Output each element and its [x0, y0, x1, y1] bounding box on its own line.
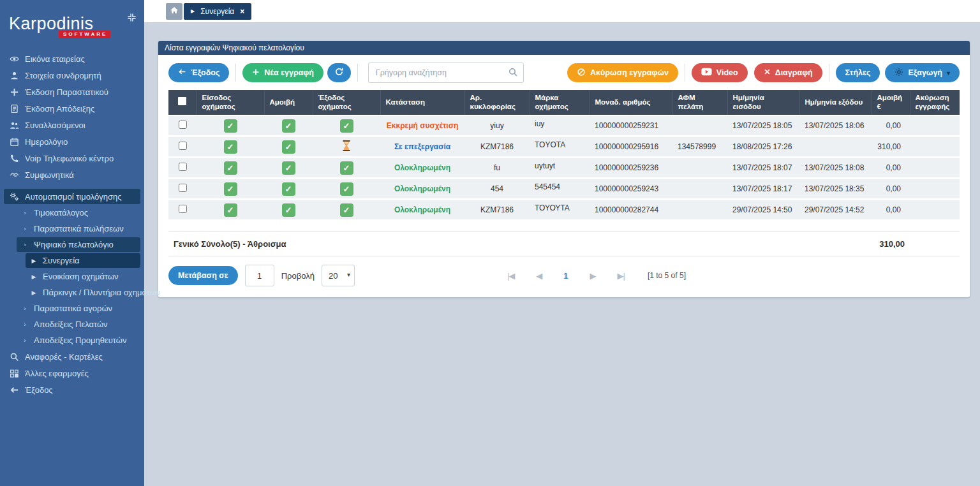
- video-button[interactable]: Video: [692, 63, 748, 82]
- exit-check-icon: ✓: [340, 119, 353, 133]
- unique-number-cell: 100000000259236: [590, 158, 672, 179]
- exit-button[interactable]: Έξοδος: [168, 63, 229, 82]
- sidebar: Karpodinis SOFTWARE › ▶ Εικόνα εταιρείας…: [0, 0, 144, 486]
- sidebar-item[interactable]: › ▶ Παραστατικά πωλήσεων: [17, 221, 140, 236]
- sidebar-item[interactable]: › ▶ Voip Τηλεφωνικό κέντρο: [4, 151, 140, 166]
- row-checkbox[interactable]: [179, 142, 187, 150]
- page-range-text: [1 to 5 of 5]: [648, 271, 686, 280]
- sidebar-item[interactable]: › ▶ Στοιχεία συνδρομητή: [4, 68, 140, 83]
- sidebar-item[interactable]: › ▶ Εικόνα εταιρείας: [4, 51, 140, 66]
- sidebar-item[interactable]: › ▶ Άλλες εφαρμογές: [4, 365, 140, 381]
- row-checkbox[interactable]: [179, 121, 187, 129]
- col-header[interactable]: Είσοδος οχήματος: [197, 90, 264, 115]
- date-out-cell: 13/07/2025 18:06: [799, 115, 872, 136]
- page-size-select[interactable]: 20: [322, 265, 355, 286]
- cancel-cell: [910, 158, 960, 179]
- sidebar-item[interactable]: › ▶ Συναλλασόμενοι: [4, 117, 140, 133]
- sidebar-item[interactable]: › ▶ Πάρκινγκ / Πλυντήρια οχημάτων: [26, 285, 140, 300]
- sidebar-item-label: Πάρκινγκ / Πλυντήρια οχημάτων: [43, 288, 161, 297]
- sidebar-item[interactable]: › ▶ Έκδοση Παραστατικού: [4, 84, 140, 99]
- sidebar-item-label: Συναλλασόμενοι: [25, 121, 85, 130]
- sidebar-item[interactable]: › ▶ Αναφορές - Καρτέλες: [4, 349, 140, 364]
- content-area: Λίστα εγγραφών Ψηφιακού πελατολογίου Έξο…: [144, 23, 980, 486]
- sidebar-item[interactable]: › ▶ Αυτοματισμοί τιμολόγησης: [4, 189, 140, 204]
- toolbar: Έξοδος Νέα εγγραφή: [158, 55, 970, 90]
- exit-check-icon: ✓: [340, 161, 353, 175]
- sidebar-item[interactable]: › ▶ Έξοδος: [4, 382, 140, 397]
- sidebar-item-label: Ενοικίαση οχημάτων: [43, 272, 119, 281]
- sidebar-item-label: Αναφορές - Καρτέλες: [25, 352, 103, 362]
- export-button[interactable]: Εξαγωγή ▾: [885, 63, 960, 82]
- plate-cell: 454: [464, 179, 530, 200]
- collapse-sidebar-icon[interactable]: [127, 13, 137, 25]
- col-header[interactable]: Αμοιβή: [264, 90, 313, 115]
- new-record-button[interactable]: Νέα εγγραφή: [242, 63, 323, 82]
- sidebar-item[interactable]: › ▶ Ημερολόγιο: [4, 134, 140, 149]
- first-page-icon[interactable]: |◀: [507, 271, 514, 281]
- home-tab-button[interactable]: [166, 3, 182, 20]
- table-spacer: [168, 221, 960, 232]
- tab-synergeia[interactable]: ▶ Συνεργεία ×: [184, 3, 251, 20]
- col-header[interactable]: Αμοιβή €: [872, 90, 910, 115]
- cancel-records-button[interactable]: Ακύρωση εγγραφών: [567, 63, 678, 82]
- sidebar-item[interactable]: › ▶ Συνεργεία: [26, 253, 140, 268]
- brand-cell: uytuyt: [530, 158, 590, 179]
- table-row[interactable]: ✓ ✓ ✓: [168, 200, 960, 221]
- sidebar-item[interactable]: › ▶ Αποδείξεις Πελατών: [17, 317, 140, 332]
- tab-bar: ▶ Συνεργεία ×: [144, 0, 980, 23]
- next-page-icon[interactable]: ▶: [590, 271, 596, 281]
- sidebar-item-label: Παραστατικά αγορών: [34, 304, 112, 313]
- fee-check-icon: ✓: [282, 119, 295, 133]
- refresh-button[interactable]: [327, 63, 351, 82]
- row-checkbox[interactable]: [179, 205, 187, 213]
- toolbar-divider: [829, 64, 829, 82]
- sidebar-item[interactable]: › ▶ Ψηφιακό πελατολόγιο: [17, 237, 140, 252]
- cancel-cell: [910, 115, 960, 136]
- col-header[interactable]: Μοναδ. αριθμός: [590, 90, 672, 115]
- sidebar-item[interactable]: › ▶ Συμφωνητικά: [4, 167, 140, 182]
- col-header[interactable]: Μάρκα οχήματος: [530, 90, 590, 115]
- unique-number-cell: 100000000259243: [590, 179, 672, 200]
- gears-icon: [9, 191, 19, 202]
- goto-page-input[interactable]: [245, 265, 274, 286]
- table-row[interactable]: ✓ ✓ ✓: [168, 158, 960, 179]
- col-header[interactable]: Ημ/μηνία εξόδου: [799, 90, 872, 115]
- records-table-wrap: Είσοδος οχήματος Αμοιβή Έξοδος οχήματος …: [158, 90, 970, 256]
- table-row[interactable]: ✓ ✓ ✓: [168, 179, 960, 200]
- col-header[interactable]: Ημ/μηνία εισόδου: [727, 90, 799, 115]
- col-header[interactable]: Έξοδος οχήματος: [313, 90, 380, 115]
- delete-button[interactable]: Διαγραφή: [754, 63, 822, 82]
- date-out-cell: 13/07/2025 18:08: [799, 158, 872, 179]
- view-label: Προβολή: [281, 271, 315, 281]
- sidebar-item[interactable]: › ▶ Τιμοκατάλογος: [17, 205, 140, 220]
- current-page[interactable]: 1: [563, 271, 568, 281]
- col-header[interactable]: Ακύρωση εγγραφής: [910, 90, 960, 115]
- sidebar-item[interactable]: › ▶ Παραστατικά αγορών: [17, 301, 140, 316]
- close-icon: [764, 68, 771, 77]
- tab-close-icon[interactable]: ×: [240, 7, 244, 16]
- col-header[interactable]: ΑΦΜ πελάτη: [672, 90, 727, 115]
- status-text: Ολοκληρωμένη: [394, 184, 450, 193]
- status-text: Ολοκληρωμένη: [394, 205, 450, 214]
- col-header[interactable]: Αρ. κυκλοφορίας: [464, 90, 530, 115]
- select-all-checkbox[interactable]: [178, 97, 186, 105]
- search-input[interactable]: [368, 63, 524, 83]
- col-header[interactable]: Κατάσταση: [380, 90, 464, 115]
- last-page-icon[interactable]: ▶|: [618, 271, 625, 281]
- plate-cell: KZM7186: [464, 200, 530, 221]
- table-row[interactable]: ✓ ✓ ✓: [168, 136, 960, 158]
- row-checkbox[interactable]: [179, 163, 187, 171]
- sidebar-item[interactable]: › ▶ Αποδείξεις Προμηθευτών: [17, 333, 140, 348]
- sidebar-item-label: Εικόνα εταιρείας: [25, 54, 85, 64]
- goto-page-button[interactable]: Μετάβαση σε: [168, 266, 238, 285]
- sidebar-item[interactable]: › ▶ Ενοικίαση οχημάτων: [26, 269, 140, 284]
- columns-button[interactable]: Στήλες: [836, 63, 880, 82]
- quick-search: [368, 63, 524, 83]
- sidebar-item[interactable]: › ▶ Έκδοση Απόδειξης: [4, 101, 140, 116]
- chevron-right-icon: ›: [22, 242, 28, 248]
- table-row[interactable]: ✓ ✓ ✓: [168, 115, 960, 136]
- row-checkbox[interactable]: [179, 184, 187, 192]
- brand-cell: 545454: [530, 179, 590, 200]
- prev-page-icon[interactable]: ◀: [536, 271, 542, 281]
- no-entry-icon: [577, 68, 586, 78]
